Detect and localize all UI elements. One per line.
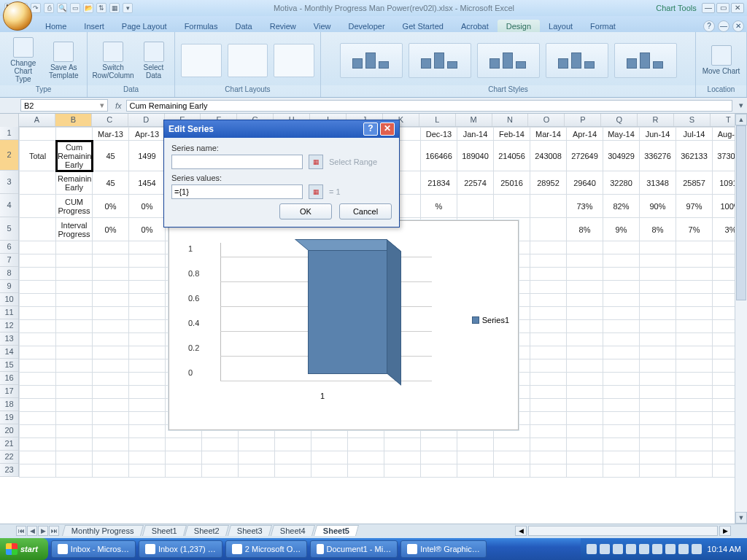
cell[interactable] [93,333,129,346]
tab-developer[interactable]: Developer [339,20,393,32]
cell[interactable] [421,438,457,451]
cell[interactable]: CUM Progress [56,195,93,218]
cell[interactable] [603,425,640,438]
cell[interactable]: 31348 [640,171,676,195]
sheet-tab-monthly-progress[interactable]: Monthly Progress [62,525,144,536]
cell[interactable] [676,294,713,307]
cell[interactable] [311,464,348,478]
taskbar-item-word[interactable]: Document1 - Mi… [310,540,398,558]
tab-design[interactable]: Design [498,20,540,32]
scroll-thumb[interactable] [736,125,746,300]
cell[interactable] [348,464,384,478]
cell[interactable] [421,451,457,464]
cell[interactable] [457,451,494,464]
cell[interactable]: Feb-14 [494,128,530,141]
cell[interactable] [56,281,93,294]
cell[interactable] [603,294,640,307]
cell[interactable]: 90% [640,195,676,218]
change-chart-type-button[interactable]: Change Chart Type [6,37,41,83]
cell[interactable] [56,464,93,478]
minimize-icon[interactable]: — [702,3,715,13]
taskbar-item-intel[interactable]: Intel® Graphic… [400,540,486,558]
chart-style-3[interactable] [477,43,540,78]
switch-row-column-button[interactable]: Switch Row/Column [93,42,133,79]
cell[interactable] [603,268,640,281]
cell[interactable] [603,254,640,268]
cell[interactable] [93,281,129,294]
cell[interactable] [129,386,166,399]
cell[interactable]: 22574 [457,171,494,195]
cell[interactable] [567,373,603,386]
cell[interactable] [56,333,93,346]
dialog-titlebar[interactable]: Edit Series ? ✕ [164,120,399,138]
cell[interactable] [603,464,640,478]
cell[interactable]: 243008 [530,141,567,171]
series-values-input[interactable] [171,184,303,199]
row-18[interactable]: 18 [0,398,18,411]
cell[interactable] [640,464,676,478]
cell[interactable]: 0% [93,195,129,218]
chevron-down-icon[interactable]: ▾ [100,101,104,110]
cell[interactable] [129,425,166,438]
cell[interactable] [56,320,93,333]
cell[interactable] [603,373,640,386]
cell[interactable] [603,241,640,254]
cell[interactable] [676,307,713,320]
cell[interactable] [93,346,129,359]
ribbon-minimize-icon[interactable]: — [718,20,729,32]
col-B[interactable]: B [55,114,92,126]
cell[interactable]: Mar-13 [93,128,129,141]
cell[interactable] [129,464,166,478]
cell[interactable] [20,307,56,320]
cell[interactable] [640,438,676,451]
row-15[interactable]: 15 [0,359,18,372]
cell[interactable] [676,281,713,294]
cell[interactable] [640,241,676,254]
cell[interactable] [676,412,713,425]
cell[interactable] [530,320,567,333]
cell[interactable]: 73% [567,195,603,218]
cell[interactable] [530,218,567,241]
sheet-nav-next-icon[interactable]: ▶ [38,526,48,536]
sheet-tab-sheet4[interactable]: Sheet4 [271,525,315,536]
cell[interactable] [567,294,603,307]
cell[interactable] [20,464,56,478]
cell[interactable]: 25016 [494,171,530,195]
cell[interactable] [603,359,640,373]
cell[interactable] [129,373,166,386]
cell[interactable] [640,333,676,346]
cell[interactable] [603,399,640,412]
cell[interactable] [530,412,567,425]
cell[interactable] [676,425,713,438]
cell[interactable] [20,281,56,294]
cell[interactable] [384,451,421,464]
cell[interactable]: 0% [93,218,129,241]
cell[interactable] [20,268,56,281]
cell[interactable] [530,359,567,373]
cell[interactable]: Jan-14 [457,128,494,141]
tray-icon[interactable] [626,544,636,554]
row-8[interactable]: 8 [0,267,18,280]
col-D[interactable]: D [128,114,165,126]
cell[interactable] [640,425,676,438]
cell[interactable] [93,412,129,425]
cell[interactable] [676,464,713,478]
tab-data[interactable]: Data [226,20,260,32]
cell[interactable]: 32280 [603,171,640,195]
tab-review[interactable]: Review [261,20,305,32]
cell[interactable]: 29640 [567,171,603,195]
cell[interactable]: Mar-14 [530,128,567,141]
cell[interactable] [56,438,93,451]
cell[interactable] [93,320,129,333]
cell[interactable] [93,307,129,320]
select-data-button[interactable]: Select Data [139,42,169,79]
cell[interactable] [567,320,603,333]
help-icon[interactable]: ? [703,20,715,32]
cell[interactable] [567,464,603,478]
cell[interactable] [676,451,713,464]
row-17[interactable]: 17 [0,385,18,398]
sheet-tab-sheet1[interactable]: Sheet1 [142,525,187,536]
cell[interactable] [640,254,676,268]
cell[interactable]: 97% [676,195,713,218]
cell[interactable] [457,438,494,451]
